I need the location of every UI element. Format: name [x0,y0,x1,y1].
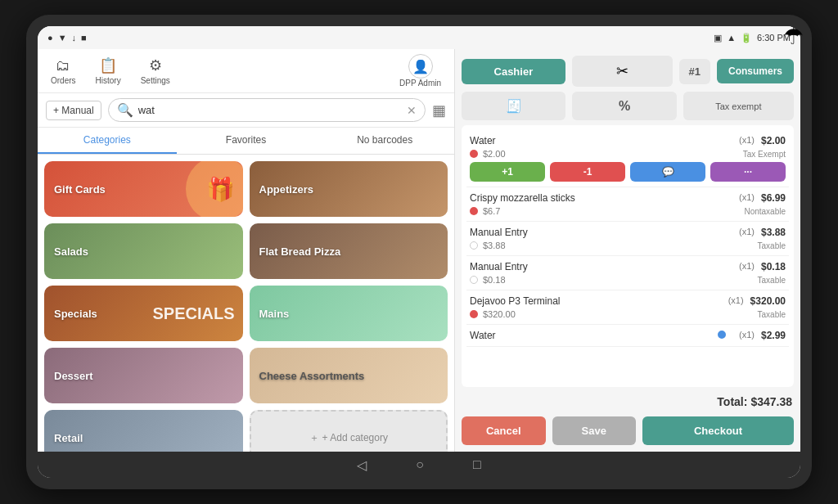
specials-text: SPECIALS [152,304,234,323]
category-salads-label: Salads [54,245,88,258]
item-actions-water-1: +1 -1 💬 ··· [470,162,786,182]
order-items-list: Water (x1) $2.00 $2.00 Tax Exempt +1 -1 [462,125,794,387]
orders-nav-label: Orders [51,76,76,85]
order-item-dejavoo[interactable]: Dejavoo P3 Terminal (x1) $320.00 $320.00… [466,290,789,325]
category-appetizers-label: Appetizers [259,183,313,196]
recents-button[interactable]: □ [473,457,481,472]
order-item-mozzarella[interactable]: Crispy mozzarella sticks (x1) $6.99 $6.7… [466,187,789,222]
tab-favorites[interactable]: Favorites [177,128,316,154]
home-button[interactable]: ○ [416,457,424,472]
receipt-icon-button[interactable]: 🧾 [462,92,565,120]
history-nav[interactable]: 📋 History [96,56,121,85]
item-status-dot-mozzarella [470,207,478,215]
category-specials-label: Specials [54,308,97,320]
item-price-dejavoo: $320.00 [750,295,786,307]
order-total-row: Total: $347.38 [462,392,794,412]
settings-nav[interactable]: ⚙ Settings [141,56,170,85]
category-dessert-label: Dessert [54,370,93,382]
item-orig-price-mozzarella: $6.7 [483,206,500,216]
left-panel: 🗂 Orders 📋 History ⚙ Settings 👤 DPP Admi… [38,49,455,452]
top-nav: 🗂 Orders 📋 History ⚙ Settings 👤 DPP Admi… [38,49,454,93]
category-flat-bread-pizza[interactable]: Flat Bread Pizza [250,223,448,279]
tab-categories[interactable]: Categories [38,128,177,154]
item-message-button[interactable]: 💬 [630,162,705,182]
orders-icon: 🗂 [56,57,70,74]
item-tax-status-mozzarella: Nontaxable [744,207,786,216]
settings-nav-label: Settings [141,76,170,85]
consumers-button[interactable]: Consumers [717,59,794,83]
item-name-water-1: Water [470,135,732,146]
percent-icon: % [619,99,630,114]
search-input-wrap: 🔍 ✕ [108,98,426,122]
cancel-button[interactable]: Cancel [462,416,546,445]
category-salads[interactable]: Salads [44,223,243,279]
category-retail-label: Retail [54,432,83,444]
download-icon: ↓ [72,33,77,43]
item-orig-price-water-1: $2.00 [483,149,506,159]
checkout-button[interactable]: Checkout [642,416,794,445]
right-panel: Cashier ✂ #1 Consumers 🧾 % Tax exempt [455,49,800,452]
total-label: Total: [717,395,747,408]
discount-percent-button[interactable]: % [572,92,676,120]
item-orig-price-dejavoo: $320.00 [483,309,516,319]
total-value: $347.38 [750,395,792,408]
category-specials[interactable]: Specials SPECIALS [44,286,243,341]
category-flat-bread-pizza-label: Flat Bread Pizza [259,245,341,258]
search-clear-button[interactable]: ✕ [407,104,417,117]
account-nav[interactable]: 👤 DPP Admin [399,54,441,88]
item-minus-button[interactable]: -1 [550,162,625,182]
orders-nav[interactable]: 🗂 Orders [51,57,76,85]
account-label: DPP Admin [399,79,441,88]
item-tax-status-manual-1: Taxable [758,241,786,250]
person-icon-button[interactable]: ✂ [572,56,673,87]
add-category-button[interactable]: ＋ + Add category [250,410,448,452]
order-item-water-1[interactable]: Water (x1) $2.00 $2.00 Tax Exempt +1 -1 [466,130,789,187]
item-qty-manual-2: (x1) [739,261,755,271]
category-appetizers[interactable]: Appetizers [250,161,448,217]
category-cheese-assortments[interactable]: Cheese Assortments [250,348,448,403]
category-mains-label: Mains [259,308,290,320]
item-tax-status-dejavoo: Taxable [758,310,786,319]
add-category-label: + Add category [322,432,388,443]
battery-status-icon: 🔋 [741,33,752,43]
tabs-row: Categories Favorites No barcodes [38,128,454,155]
item-orig-price-manual-2: $0.18 [483,275,506,285]
order-item-water-2[interactable]: Water (x1) $2.99 [466,325,789,347]
item-orig-price-manual-1: $3.88 [483,241,506,250]
item-more-button[interactable]: ··· [710,162,786,182]
search-input[interactable] [138,104,402,116]
manual-button[interactable]: + Manual [46,101,101,120]
item-qty-manual-1: (x1) [739,227,755,236]
search-icon: 🔍 [117,102,133,118]
category-gift-cards[interactable]: Gift Cards 🎁 [44,161,243,217]
history-nav-label: History [96,76,121,85]
item-price-water-2: $2.99 [761,330,786,341]
barcode-icon[interactable]: ▦ [432,101,446,119]
category-gift-cards-label: Gift Cards [54,183,106,196]
item-tax-status-water-1: Tax Exempt [743,150,786,159]
item-plus-button[interactable]: +1 [470,162,545,182]
back-button[interactable]: ◁ [357,457,367,473]
notification-icon: ● [47,33,53,43]
save-button[interactable]: Save [552,416,637,445]
item-status-dot-manual-1 [470,241,478,250]
category-mains[interactable]: Mains [250,286,448,341]
tab-no-barcodes[interactable]: No barcodes [315,128,454,154]
category-retail[interactable]: Retail [44,410,243,452]
order-item-manual-1[interactable]: Manual Entry (x1) $3.88 $3.88 Taxable [466,222,789,256]
umbrella-logo: ☂ [783,23,804,50]
item-qty-water-1: (x1) [739,135,755,145]
battery-icon: ■ [81,33,87,43]
item-name-dejavoo: Dejavoo P3 Terminal [470,295,722,307]
tax-exempt-button[interactable]: Tax exempt [683,92,794,120]
cashier-button[interactable]: Cashier [462,59,565,84]
category-dessert[interactable]: Dessert [44,348,243,403]
message-icon: 💬 [662,166,674,178]
order-item-manual-2[interactable]: Manual Entry (x1) $0.18 $0.18 Taxable [466,256,789,290]
status-bar: ● ▼ ↓ ■ ▣ ▲ 🔋 6:30 PM [38,26,800,49]
more-icon: ··· [744,166,752,178]
item-name-manual-1: Manual Entry [470,227,732,238]
wifi-icon: ▣ [714,33,722,43]
signal-icon: ▼ [58,33,67,43]
order-number: #1 [679,59,710,84]
